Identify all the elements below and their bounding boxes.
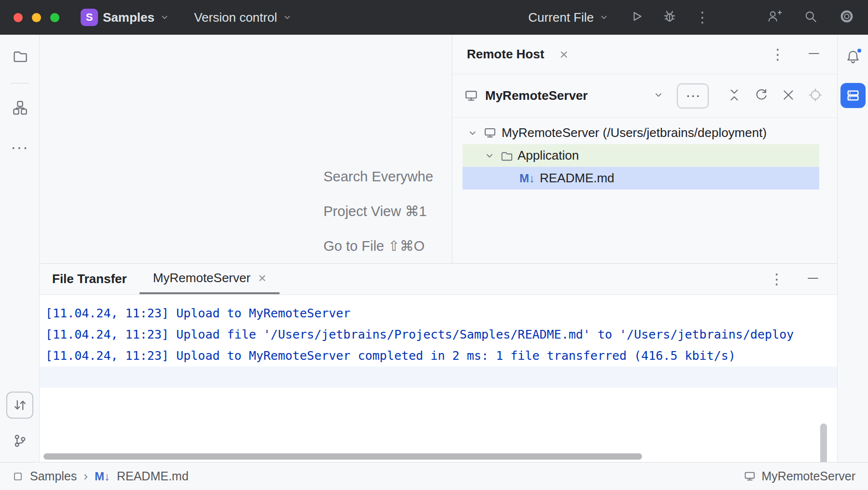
tree-row-server-root[interactable]: MyRemoteServer (/Users/jetbrains/deploym… bbox=[452, 122, 837, 144]
close-window-button[interactable] bbox=[14, 13, 23, 22]
locate-file-button[interactable] bbox=[808, 88, 823, 104]
debug-button[interactable] bbox=[662, 9, 677, 26]
collapse-all-button[interactable] bbox=[727, 88, 742, 104]
minimize-window-button[interactable] bbox=[32, 13, 41, 22]
server-icon bbox=[743, 470, 756, 483]
caret-line bbox=[40, 367, 837, 388]
collapse-all-icon bbox=[727, 88, 742, 102]
settings-button[interactable] bbox=[839, 9, 854, 26]
file-transfer-header: File Transfer MyRemoteServer × ⋮ bbox=[40, 264, 837, 295]
run-actions: ⋮ bbox=[630, 9, 710, 26]
tree-row-label: MyRemoteServer (/Users/jetbrains/deploym… bbox=[502, 125, 767, 140]
shortcut-hint: Search Everywhe bbox=[323, 159, 433, 194]
panel-title: Remote Host bbox=[467, 47, 544, 62]
empty-editor-shortcuts: Search Everywhe Project View ⌘1 Go to Fi… bbox=[323, 159, 433, 263]
minimize-icon bbox=[806, 272, 820, 285]
structure-toolwindow-button[interactable] bbox=[12, 100, 28, 117]
status-bar: Samples › M↓ README.md MyRemoteServer bbox=[0, 462, 868, 490]
browse-button[interactable]: … bbox=[677, 83, 709, 109]
play-icon bbox=[630, 9, 644, 24]
panel-header-actions: ⋮ bbox=[770, 264, 837, 294]
markdown-file-icon: M↓ bbox=[519, 172, 535, 185]
notifications-button[interactable] bbox=[845, 49, 861, 65]
tree-row-application-folder[interactable]: Application bbox=[462, 144, 819, 167]
vertical-scrollbar[interactable] bbox=[820, 423, 827, 462]
refresh-button[interactable] bbox=[754, 88, 769, 104]
titlebar: S Samples Version control Current File ⋮ bbox=[0, 0, 868, 35]
remote-host-toolbar: MyRemoteServer … bbox=[452, 74, 837, 118]
structure-icon bbox=[12, 100, 28, 115]
close-icon bbox=[781, 88, 796, 102]
titlebar-utility-actions bbox=[767, 9, 854, 26]
server-icon bbox=[464, 89, 478, 103]
panel-header-actions: ⋮ bbox=[770, 47, 821, 62]
tree-row-label: Application bbox=[518, 148, 579, 163]
file-transfer-console[interactable]: [11.04.24, 11:23] Upload to MyRemoteServ… bbox=[40, 295, 837, 462]
close-panel-button[interactable]: × bbox=[560, 47, 568, 62]
remote-host-actions bbox=[727, 88, 823, 104]
more-toolwindows-button[interactable]: ··· bbox=[11, 138, 28, 155]
chevron-down-icon[interactable] bbox=[467, 127, 478, 139]
chevron-down-icon bbox=[599, 12, 609, 23]
run-button[interactable] bbox=[630, 9, 644, 26]
markdown-file-icon: M↓ bbox=[95, 470, 110, 483]
notification-badge bbox=[856, 47, 863, 54]
project-widget[interactable]: S Samples bbox=[81, 9, 170, 26]
project-toolwindow-button[interactable] bbox=[12, 48, 28, 66]
server-icon bbox=[483, 126, 497, 140]
file-transfer-toolwindow-button[interactable] bbox=[6, 392, 33, 419]
chevron-down-icon bbox=[653, 89, 664, 101]
file-transfer-panel: File Transfer MyRemoteServer × ⋮ [11.04.… bbox=[40, 263, 837, 462]
close-tab-button[interactable]: × bbox=[258, 272, 266, 285]
cancel-button[interactable] bbox=[781, 88, 796, 104]
tab-label: MyRemoteServer bbox=[153, 271, 251, 286]
folder-icon bbox=[12, 48, 28, 64]
project-icon: S bbox=[81, 9, 98, 26]
chevron-down-icon bbox=[159, 12, 170, 23]
minimize-icon bbox=[807, 47, 821, 60]
search-everywhere-button[interactable] bbox=[803, 9, 818, 26]
breadcrumb-separator: › bbox=[84, 469, 88, 484]
bug-icon bbox=[662, 9, 677, 24]
remote-host-header: Remote Host × ⋮ bbox=[452, 35, 837, 74]
left-toolbar-bottom bbox=[6, 392, 33, 450]
tree-row-readme-file[interactable]: M↓ README.md bbox=[462, 167, 819, 190]
vcs-widget-label: Version control bbox=[194, 10, 277, 25]
project-name: Samples bbox=[103, 10, 154, 25]
ellipsis-icon: … bbox=[685, 83, 700, 101]
tree-row-label: README.md bbox=[540, 171, 615, 186]
remote-host-toolwindow-button[interactable] bbox=[840, 83, 866, 108]
git-toolwindow-button[interactable] bbox=[12, 433, 28, 450]
breadcrumb-project[interactable]: Samples bbox=[30, 469, 77, 483]
panel-options-button[interactable]: ⋮ bbox=[770, 272, 784, 286]
hide-panel-button[interactable] bbox=[806, 272, 820, 287]
breadcrumb: Samples › M↓ README.md bbox=[13, 469, 189, 484]
remote-host-panel: Remote Host × ⋮ MyRemoteServer … bbox=[452, 35, 837, 263]
log-line: [11.04.24, 11:23] Upload to MyRemoteServ… bbox=[40, 303, 837, 324]
run-configuration-widget[interactable]: Current File bbox=[528, 10, 609, 25]
chevron-down-icon[interactable] bbox=[484, 150, 495, 162]
statusbar-server-name: MyRemoteServer bbox=[762, 469, 856, 483]
breadcrumb-file[interactable]: README.md bbox=[117, 469, 189, 483]
tab-myremoteserver[interactable]: MyRemoteServer × bbox=[140, 264, 280, 294]
hide-panel-button[interactable] bbox=[807, 47, 821, 62]
log-line: [11.04.24, 11:23] Upload to MyRemoteServ… bbox=[40, 345, 837, 367]
zoom-window-button[interactable] bbox=[50, 13, 59, 22]
run-configuration-label: Current File bbox=[528, 10, 594, 25]
ide-window: S Samples Version control Current File ⋮ bbox=[0, 0, 868, 490]
more-actions-button[interactable]: ⋮ bbox=[695, 10, 710, 25]
server-name: MyRemoteServer bbox=[485, 88, 588, 103]
search-icon bbox=[803, 9, 818, 24]
server-selector-dropdown[interactable] bbox=[653, 89, 664, 103]
shortcut-hint: Project View ⌘1 bbox=[323, 194, 433, 229]
remote-host-tree: MyRemoteServer (/Users/jetbrains/deploym… bbox=[452, 118, 837, 190]
shortcut-hint: Go to File ⇧⌘O bbox=[323, 229, 433, 263]
vcs-widget[interactable]: Version control bbox=[194, 10, 293, 25]
panel-title: File Transfer bbox=[40, 264, 127, 294]
statusbar-server-widget[interactable]: MyRemoteServer bbox=[743, 469, 856, 483]
add-user-button[interactable] bbox=[767, 9, 782, 26]
panel-options-button[interactable]: ⋮ bbox=[770, 47, 785, 62]
left-toolwindow-bar: ··· bbox=[0, 35, 40, 462]
right-toolwindow-bar bbox=[837, 35, 868, 462]
horizontal-scrollbar[interactable] bbox=[43, 453, 642, 460]
